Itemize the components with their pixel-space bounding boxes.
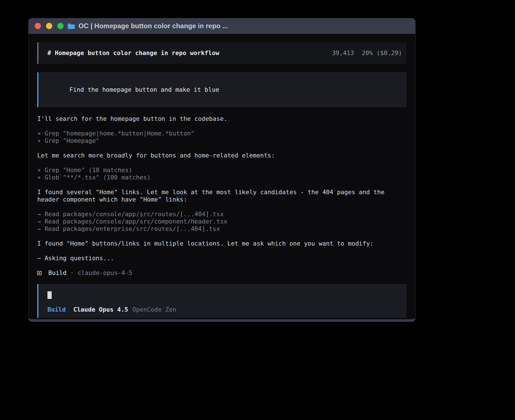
tool-call-line: ∗ Grep "homepage|home.*button|Home.*butt…: [37, 130, 407, 137]
assistant-text: Let me search more broadly for buttons a…: [37, 152, 407, 159]
folder-icon: [67, 23, 75, 29]
read-line: → Read packages/console/app/src/componen…: [37, 218, 407, 225]
status-line: ~ Asking questions...: [37, 255, 407, 262]
tool-call-line: ∗ Glob "**/*.tsx" (100 matches): [37, 174, 407, 181]
assistant-text: I found "Home" buttons/links in multiple…: [37, 240, 389, 247]
text-cursor: [47, 291, 52, 299]
token-count: 39,413: [332, 49, 354, 56]
session-cost: ($0.29): [376, 49, 402, 56]
tool-call-line: ∗ Grep "Home" (18 matches): [37, 167, 407, 174]
user-message: Find the homepage button and make it blu…: [37, 72, 407, 107]
session-title: # Homepage button color change in repo w…: [47, 49, 219, 57]
build-agent-icon: [37, 271, 42, 275]
titlebar: OC | Homepage button color change in rep…: [29, 18, 415, 34]
model-label: Claude Opus 4.5: [73, 306, 128, 313]
agent-model: claude-opus-4-5: [78, 269, 132, 277]
close-button[interactable]: [35, 23, 41, 29]
mode-label: Build: [47, 306, 66, 313]
folder-icon-shape: [68, 23, 75, 29]
input-meta: Build Claude Opus 4.5 OpenCode Zen: [47, 306, 398, 313]
agent-name: Build: [48, 269, 67, 277]
transcript: I'll search for the homepage button in t…: [37, 115, 407, 277]
terminal-window: OC | Homepage button color change in rep…: [28, 18, 416, 322]
agent-row: Build · claude-opus-4-5: [37, 269, 407, 277]
session-stats: 39,41320% ($0.29): [332, 49, 402, 57]
session-header: # Homepage button color change in repo w…: [37, 42, 407, 64]
minimize-button[interactable]: [46, 23, 52, 29]
provider-label: OpenCode Zen: [132, 306, 176, 313]
read-line: → Read packages/enterprise/src/routes/[.…: [37, 225, 407, 233]
read-line: → Read packages/console/app/src/routes/[…: [37, 211, 407, 218]
assistant-text: I found several "Home" links. Let me loo…: [37, 189, 389, 203]
window-title: OC | Homepage button color change in rep…: [78, 22, 228, 30]
context-percent: 20%: [362, 49, 373, 56]
assistant-text: I'll search for the homepage button in t…: [37, 115, 407, 123]
agent-separator: ·: [70, 269, 74, 277]
zoom-button[interactable]: [57, 23, 64, 29]
tool-call-line: ∗ Grep "Homepage": [37, 137, 407, 145]
prompt-input-area[interactable]: Build Claude Opus 4.5 OpenCode Zen: [37, 284, 407, 318]
terminal-content: # Homepage button color change in repo w…: [29, 34, 415, 322]
user-message-text: Find the homepage button and make it blu…: [69, 86, 219, 93]
